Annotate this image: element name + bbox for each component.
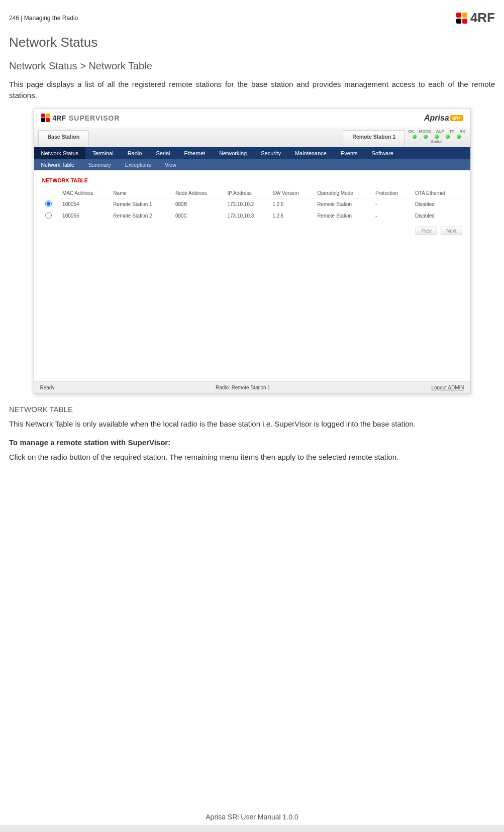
col-sw: SW Version [269, 188, 314, 198]
footer-bar [0, 825, 504, 832]
nav-networking[interactable]: Networking [212, 147, 254, 159]
subnav-network-table[interactable]: Network Table [34, 159, 81, 170]
howto-heading: To manage a remote station with SuperVis… [9, 438, 495, 447]
col-ota: OTA Ethernet [412, 188, 462, 198]
intro-paragraph: This page displays a list of all the reg… [9, 79, 495, 101]
tab-base-station[interactable]: Base Station [38, 130, 89, 147]
row-select-radio[interactable] [45, 212, 52, 219]
primary-nav: Network Status Terminal Radio Serial Eth… [34, 147, 470, 159]
logo-dots-icon [456, 13, 467, 24]
led-mode-icon [424, 135, 428, 139]
page-title: Network Status [9, 35, 495, 50]
subnav-view[interactable]: View [158, 159, 183, 170]
col-protection: Protection [372, 188, 412, 198]
row-select-radio[interactable] [45, 200, 52, 207]
tab-remote-station[interactable]: Remote Station 1 [343, 130, 405, 147]
led-tx-icon [446, 135, 450, 139]
supervisor-label: SUPERVISOR [69, 114, 120, 122]
table-row: 100054 Remote Station 1 000B 173.10.10.2… [42, 198, 462, 210]
nav-terminal[interactable]: Terminal [85, 147, 121, 159]
logout-link[interactable]: Logout ADMIN [431, 385, 464, 390]
led-ok-icon [413, 135, 417, 139]
led-aux-icon [435, 135, 439, 139]
nav-maintenance[interactable]: Maintenance [288, 147, 334, 159]
table-row: 100055 Remote Station 2 000C 173.10.10.3… [42, 210, 462, 222]
col-node: Node Address [172, 188, 225, 198]
col-mode: Operating Mode [314, 188, 372, 198]
nav-security[interactable]: Security [254, 147, 288, 159]
sv-logo-dots-icon [41, 114, 50, 122]
network-table: MAC Address Name Node Address IP Address… [42, 188, 462, 222]
brand-logo: 4RF [456, 10, 495, 26]
breadcrumb: Network Status > Network Table [9, 60, 495, 72]
nav-software[interactable]: Software [365, 147, 400, 159]
led-rx-icon [457, 135, 461, 139]
col-name: Name [110, 188, 172, 198]
status-leds: OKMODEAUXTXRX Status [408, 128, 470, 147]
sv-logo: 4RF SUPERVISOR [41, 114, 120, 122]
status-radio: Radio: Remote Station 1 [216, 385, 270, 390]
panel-title: NETWORK TABLE [42, 177, 462, 183]
nav-events[interactable]: Events [334, 147, 365, 159]
network-table-label: NETWORK TABLE [9, 405, 495, 413]
prev-button[interactable]: Prev [416, 227, 437, 235]
nav-network-status[interactable]: Network Status [34, 147, 86, 159]
subnav-exceptions[interactable]: Exceptions [118, 159, 158, 170]
aprisa-logo: AprisaSR+ [424, 114, 463, 123]
manual-footer: Aprisa SRi User Manual 1.0.0 [0, 813, 504, 821]
howto-body: Click on the radio button of the require… [9, 452, 495, 463]
col-mac: MAC Address [59, 188, 110, 198]
page-reference: 246 | Managing the Radio [9, 15, 78, 22]
secondary-nav: Network Table Summary Exceptions View [34, 159, 470, 170]
nav-ethernet[interactable]: Ethernet [177, 147, 213, 159]
network-table-description: This Network Table is only available whe… [9, 419, 495, 430]
nav-radio[interactable]: Radio [121, 147, 149, 159]
nav-serial[interactable]: Serial [149, 147, 177, 159]
next-button[interactable]: Next [441, 227, 462, 235]
subnav-summary[interactable]: Summary [81, 159, 118, 170]
status-ready: Ready [40, 385, 55, 390]
supervisor-screenshot: 4RF SUPERVISOR AprisaSR+ Base Station Re… [34, 108, 471, 394]
col-ip: IP Address [224, 188, 269, 198]
brand-text: 4RF [470, 10, 495, 26]
